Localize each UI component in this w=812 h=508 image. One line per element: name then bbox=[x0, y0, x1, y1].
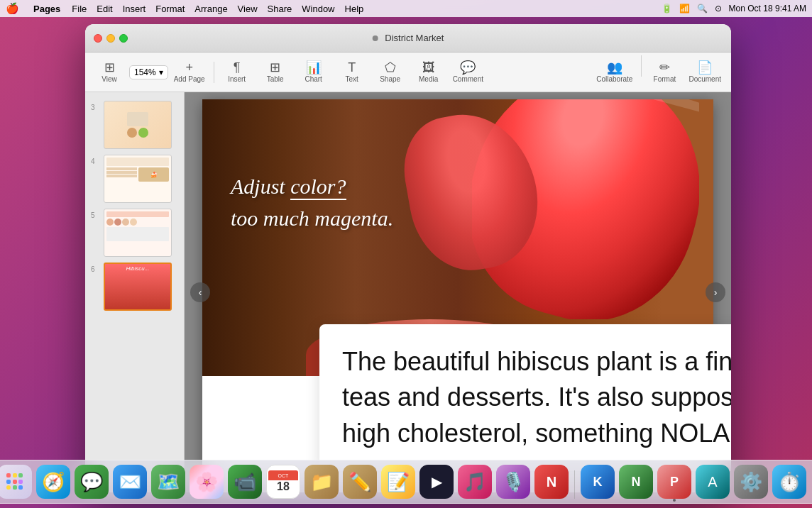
messages-icon: 💬 bbox=[80, 471, 103, 493]
dock-facetime[interactable]: 📹 bbox=[228, 465, 262, 499]
collaborate-icon: 👥 bbox=[607, 61, 622, 74]
comment-button[interactable]: 💬 Comment bbox=[449, 55, 488, 89]
launchpad-icon bbox=[6, 473, 23, 490]
page-thumb-6: Hibiscu... bbox=[104, 263, 172, 311]
add-page-button[interactable]: + Add Page bbox=[170, 55, 209, 89]
collaborate-label: Collaborate bbox=[596, 75, 632, 83]
maximize-button[interactable] bbox=[119, 34, 128, 43]
toolbar: ⊞ View 154% ▾ + Add Page ¶ Insert ⊞ Tabl… bbox=[85, 53, 731, 92]
close-button[interactable] bbox=[94, 34, 102, 43]
files-icon: 📁 bbox=[310, 471, 333, 493]
document-icon: 📄 bbox=[697, 61, 713, 74]
tooltip-overlay: The beautiful hibiscus plant is a fine i… bbox=[319, 324, 731, 471]
sidebar-page-6[interactable]: 6 Hibiscu... bbox=[85, 260, 184, 314]
minimize-button[interactable] bbox=[106, 34, 115, 43]
dock-keynote[interactable]: K bbox=[581, 465, 615, 499]
dock-safari[interactable]: 🧭 bbox=[36, 465, 70, 499]
search-icon[interactable]: 🔍 bbox=[697, 4, 708, 13]
datetime: Mon Oct 18 9:41 AM bbox=[729, 4, 806, 13]
insert-button[interactable]: ¶ Insert bbox=[219, 55, 256, 89]
dock-appstore[interactable]: A bbox=[696, 465, 730, 499]
comment-label: Comment bbox=[453, 75, 483, 83]
menubar: 🍎 Pages File Edit Insert Format Arrange … bbox=[0, 0, 812, 17]
chart-label: Chart bbox=[304, 75, 322, 83]
nav-next-button[interactable]: › bbox=[706, 282, 725, 302]
dock-screentime[interactable]: ⏱️ bbox=[772, 465, 806, 499]
traffic-lights bbox=[94, 34, 128, 43]
shape-button[interactable]: ⬠ Shape bbox=[372, 55, 409, 89]
page-thumb-3 bbox=[104, 101, 172, 149]
hw-line1: Adjust color? bbox=[231, 170, 393, 202]
dock: 🙂 🧭 💬 ✉️ 🗺️ 🌸 📹 OCT 18 📁 bbox=[0, 460, 812, 504]
zoom-arrow: ▾ bbox=[159, 67, 163, 77]
nav-prev-button[interactable]: ‹ bbox=[190, 282, 210, 302]
dock-launchpad[interactable] bbox=[0, 465, 32, 499]
appletv-icon: ▶ bbox=[432, 473, 442, 490]
view-button[interactable]: ⊞ View bbox=[91, 55, 128, 89]
app-name[interactable]: Pages bbox=[33, 4, 60, 14]
separator-2 bbox=[641, 55, 642, 77]
menu-format[interactable]: Format bbox=[155, 4, 185, 14]
chart-button[interactable]: 📊 Chart bbox=[295, 55, 332, 89]
menu-window[interactable]: Window bbox=[302, 4, 334, 14]
news-icon: N bbox=[547, 474, 556, 490]
syspreferences-icon: ⚙️ bbox=[740, 471, 762, 493]
dock-calendar[interactable]: OCT 18 bbox=[266, 465, 300, 499]
dock-messages[interactable]: 💬 bbox=[75, 465, 109, 499]
menubar-right: 🔋 📶 🔍 ⊙ Mon Oct 18 9:41 AM bbox=[662, 4, 806, 13]
menu-share[interactable]: Share bbox=[268, 4, 292, 14]
dock-music[interactable]: 🎵 bbox=[458, 465, 492, 499]
window-title: District Market bbox=[373, 33, 444, 43]
titlebar: District Market bbox=[85, 24, 731, 53]
menu-edit[interactable]: Edit bbox=[97, 4, 112, 14]
sidebar-page-4[interactable]: 4 🍰 bbox=[85, 152, 184, 206]
sidebar-page-3[interactable]: 3 bbox=[85, 98, 184, 152]
hw-color-word: color? bbox=[290, 175, 346, 200]
dock-photos[interactable]: 🌸 bbox=[190, 465, 224, 499]
dock-files[interactable]: 📁 bbox=[304, 465, 339, 499]
menu-help[interactable]: Help bbox=[345, 4, 364, 14]
format-button[interactable]: ✏ Format bbox=[646, 55, 683, 89]
toolbar-right: 👥 Collaborate ✏ Format 📄 Document bbox=[592, 55, 725, 89]
dock-system-preferences[interactable]: ⚙️ bbox=[734, 465, 768, 499]
freeform-icon: ✏️ bbox=[349, 471, 371, 493]
collaborate-button[interactable]: 👥 Collaborate bbox=[592, 55, 637, 89]
photos-icon: 🌸 bbox=[195, 471, 218, 493]
menu-view[interactable]: View bbox=[238, 4, 258, 14]
view-icon: ⊞ bbox=[104, 61, 115, 74]
sidebar-page-5[interactable]: 5 bbox=[85, 206, 184, 260]
menu-insert[interactable]: Insert bbox=[123, 4, 146, 14]
add-page-label: Add Page bbox=[174, 75, 205, 83]
add-page-icon: + bbox=[185, 61, 193, 74]
dock-notes[interactable]: 📝 bbox=[381, 465, 415, 499]
menu-file[interactable]: File bbox=[72, 4, 87, 14]
table-button[interactable]: ⊞ Table bbox=[257, 55, 294, 89]
text-label: Text bbox=[345, 75, 358, 83]
screentime-icon: ⏱️ bbox=[778, 471, 801, 493]
page-num-6: 6 bbox=[91, 265, 99, 273]
document-button[interactable]: 📄 Document bbox=[684, 55, 725, 89]
dock-appletv[interactable]: ▶ bbox=[419, 465, 454, 499]
view-label: View bbox=[102, 75, 117, 83]
media-label: Media bbox=[419, 75, 438, 83]
dock-mail[interactable]: ✉️ bbox=[113, 465, 147, 499]
dock-news[interactable]: N bbox=[534, 465, 569, 499]
apple-menu[interactable]: 🍎 bbox=[6, 2, 19, 15]
appstore-icon: A bbox=[708, 474, 717, 490]
media-icon: 🖼 bbox=[422, 61, 435, 74]
text-button[interactable]: T Text bbox=[334, 55, 371, 89]
canvas-area: ‹ › bbox=[185, 92, 731, 492]
zoom-control[interactable]: 154% ▾ bbox=[129, 65, 168, 79]
dock-pages[interactable]: P bbox=[657, 465, 691, 499]
control-center-icon[interactable]: ⊙ bbox=[715, 4, 722, 13]
notes-icon: 📝 bbox=[387, 471, 410, 493]
dock-freeform[interactable]: ✏️ bbox=[343, 465, 377, 499]
page-num-3: 3 bbox=[91, 104, 99, 111]
menu-arrange[interactable]: Arrange bbox=[194, 4, 227, 14]
dock-maps[interactable]: 🗺️ bbox=[151, 465, 185, 499]
calendar-date: 18 bbox=[277, 480, 290, 493]
dock-podcasts[interactable]: 🎙️ bbox=[496, 465, 530, 499]
dock-numbers[interactable]: N bbox=[619, 465, 653, 499]
media-button[interactable]: 🖼 Media bbox=[410, 55, 447, 89]
title-dot bbox=[373, 35, 378, 41]
